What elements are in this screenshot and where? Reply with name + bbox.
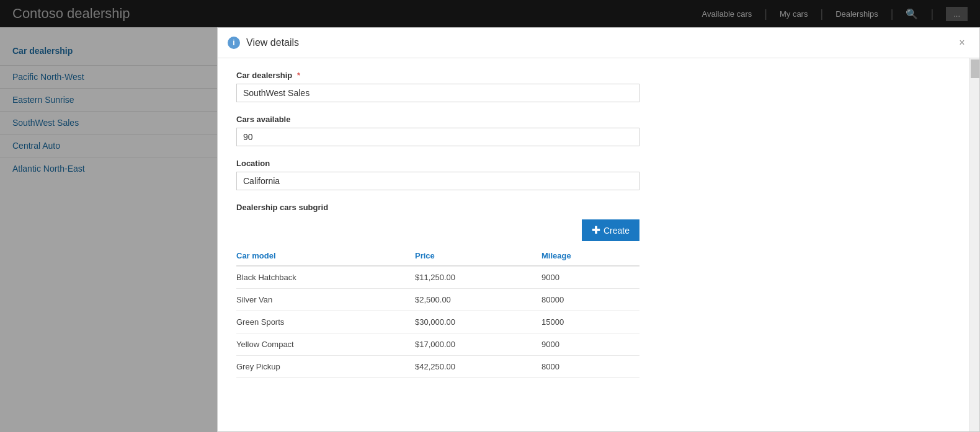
create-button-label: Create: [604, 226, 630, 236]
car-dealership-label: Car dealership *: [236, 71, 961, 80]
subgrid-toolbar: ✚ Create: [236, 219, 639, 241]
cell-mileage: 80000: [541, 289, 639, 311]
table-row[interactable]: Yellow Compact $17,000.00 9000: [236, 333, 639, 356]
car-dealership-input[interactable]: [236, 84, 639, 102]
cell-car-model: Green Sports: [236, 311, 415, 333]
cell-price: $30,000.00: [415, 311, 541, 333]
table-row[interactable]: Grey Pickup $42,250.00 8000: [236, 356, 639, 378]
col-header-mileage[interactable]: Mileage: [541, 246, 639, 266]
col-header-car-model[interactable]: Car model: [236, 246, 415, 266]
modal-header: i View details ×: [218, 28, 979, 58]
car-dealership-group: Car dealership *: [236, 71, 961, 102]
cell-mileage: 8000: [541, 356, 639, 378]
modal-close-button[interactable]: ×: [955, 35, 969, 50]
cell-price: $42,250.00: [415, 356, 541, 378]
cell-price: $2,500.00: [415, 289, 541, 311]
location-input[interactable]: [236, 172, 639, 190]
cars-available-input[interactable]: [236, 128, 639, 146]
cell-mileage: 9000: [541, 266, 639, 289]
table-header-row: Car model Price Mileage: [236, 246, 639, 266]
location-group: Location: [236, 159, 961, 190]
cell-mileage: 15000: [541, 311, 639, 333]
cell-mileage: 9000: [541, 333, 639, 356]
create-plus-icon: ✚: [592, 224, 600, 236]
modal-body: Car dealership * Cars available Location…: [218, 58, 979, 431]
cell-price: $11,250.00: [415, 266, 541, 289]
col-header-price[interactable]: Price: [415, 246, 541, 266]
cars-available-label: Cars available: [236, 115, 961, 124]
table-row[interactable]: Silver Van $2,500.00 80000: [236, 289, 639, 311]
modal-scrollbar-thumb[interactable]: [971, 60, 979, 78]
required-marker: *: [297, 71, 300, 80]
cell-car-model: Black Hatchback: [236, 266, 415, 289]
location-label: Location: [236, 159, 961, 168]
table-row[interactable]: Green Sports $30,000.00 15000: [236, 311, 639, 333]
modal-info-icon: i: [228, 37, 240, 49]
cell-car-model: Yellow Compact: [236, 333, 415, 356]
view-details-modal: i View details × Car dealership * Cars a…: [217, 27, 980, 432]
cars-available-group: Cars available: [236, 115, 961, 146]
subgrid-group: Dealership cars subgrid ✚ Create Car mod…: [236, 203, 961, 378]
cell-price: $17,000.00: [415, 333, 541, 356]
modal-scrollbar[interactable]: [969, 58, 979, 431]
modal-title: View details: [246, 37, 955, 48]
subgrid-label: Dealership cars subgrid: [236, 203, 961, 212]
table-row[interactable]: Black Hatchback $11,250.00 9000: [236, 266, 639, 289]
create-button[interactable]: ✚ Create: [582, 219, 639, 241]
cell-car-model: Grey Pickup: [236, 356, 415, 378]
cars-subgrid-table: Car model Price Mileage Black Hatchback …: [236, 246, 639, 378]
cell-car-model: Silver Van: [236, 289, 415, 311]
